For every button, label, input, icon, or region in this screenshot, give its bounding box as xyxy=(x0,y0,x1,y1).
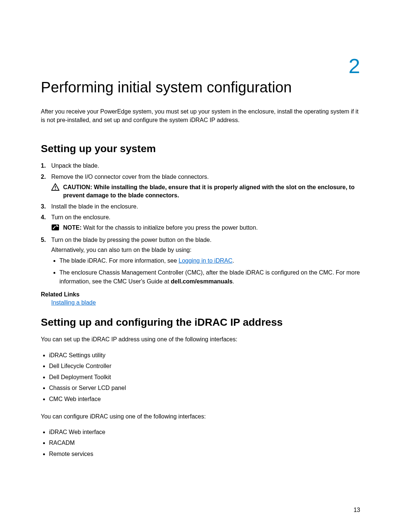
caution-callout: CAUTION: While installing the blade, ens… xyxy=(51,183,360,200)
step-5-line2: Alternatively, you can also turn on the … xyxy=(51,246,360,254)
note-callout: NOTE: Wait for the chassis to initialize… xyxy=(51,224,360,233)
related-link-row: Installing a blade xyxy=(51,299,360,306)
sub-bullet-idrac-before: The blade iDRAC. For more information, s… xyxy=(59,257,179,264)
chapter-title: Performing initial system configuration xyxy=(41,78,360,96)
step-4: Turn on the enclosure. NOTE: Wait for th… xyxy=(41,213,360,233)
section-title-setup: Setting up your system xyxy=(41,143,360,155)
list-item: Chassis or Server LCD panel xyxy=(49,383,360,393)
list-item: Dell Lifecycle Controller xyxy=(49,361,360,371)
document-page: 2 Performing initial system configuratio… xyxy=(0,0,401,532)
sub-bullet-cmc: The enclosure Chassis Management Control… xyxy=(59,268,360,286)
idrac-para1: You can set up the iDRAC IP address usin… xyxy=(41,335,360,344)
list-item: iDRAC Settings utility xyxy=(49,351,360,360)
step-2: Remove the I/O connector cover from the … xyxy=(41,173,360,200)
chapter-number: 2 xyxy=(41,56,360,76)
list-item: CMC Web interface xyxy=(49,394,360,404)
idrac-para2: You can configure iDRAC using one of the… xyxy=(41,412,360,421)
list-item: iDRAC Web interface xyxy=(49,427,360,437)
sub-bullet-cmc-after: . xyxy=(232,278,234,285)
sub-bullet-idrac: The blade iDRAC. For more information, s… xyxy=(59,256,360,265)
note-body: Wait for the chassis to initialize befor… xyxy=(83,224,258,231)
step-5: Turn on the blade by pressing the power … xyxy=(41,236,360,286)
chapter-intro: After you receive your PowerEdge system,… xyxy=(41,107,360,124)
link-installing-blade[interactable]: Installing a blade xyxy=(51,299,96,306)
page-number: 13 xyxy=(353,507,360,513)
svg-point-2 xyxy=(55,189,56,190)
note-text: NOTE: Wait for the chassis to initialize… xyxy=(63,224,258,232)
caution-text: CAUTION: While installing the blade, ens… xyxy=(63,183,360,200)
step-1: Unpack the blade. xyxy=(41,161,360,170)
caution-icon xyxy=(51,183,59,193)
step-4-text: Turn on the enclosure. xyxy=(51,214,111,220)
step-5-sublist: The blade iDRAC. For more information, s… xyxy=(51,256,360,286)
link-logging-in-idrac[interactable]: Logging in to iDRAC xyxy=(179,257,232,264)
sub-bullet-cmc-bold: dell.com/esmmanuals xyxy=(171,278,232,285)
step-2-text: Remove the I/O connector cover from the … xyxy=(51,174,209,180)
list-item: Dell Deployment Toolkit xyxy=(49,372,360,382)
procedure-steps: Unpack the blade. Remove the I/O connect… xyxy=(41,161,360,286)
caution-body: While installing the blade, ensure that … xyxy=(63,184,355,198)
idrac-setup-list: iDRAC Settings utility Dell Lifecycle Co… xyxy=(41,351,360,404)
note-icon xyxy=(51,224,59,233)
step-3: Install the blade in the enclosure. xyxy=(41,202,360,211)
list-item: Remote services xyxy=(49,449,360,459)
related-links-heading: Related Links xyxy=(41,291,360,298)
step-5-line1: Turn on the blade by pressing the power … xyxy=(51,237,212,243)
section-title-idrac: Setting up and configuring the iDRAC IP … xyxy=(41,316,360,328)
caution-prefix: CAUTION: xyxy=(63,184,94,190)
list-item: RACADM xyxy=(49,438,360,448)
idrac-config-list: iDRAC Web interface RACADM Remote servic… xyxy=(41,427,360,459)
svg-rect-3 xyxy=(52,224,59,230)
note-prefix: NOTE: xyxy=(63,224,83,231)
sub-bullet-idrac-after: . xyxy=(232,257,234,264)
